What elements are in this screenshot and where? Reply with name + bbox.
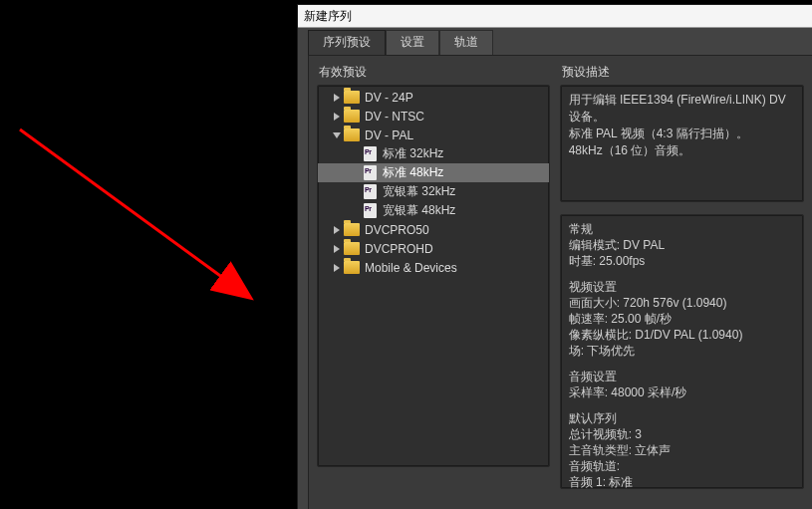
preset-description-label: 预设描述 <box>562 64 804 81</box>
caret-right-icon <box>332 112 342 122</box>
tab-panel: 有效预设 DV - 24P DV - NTSC <box>308 55 812 509</box>
preset-icon <box>364 184 377 199</box>
spec-general-heading: 常规 <box>569 221 795 237</box>
spec-audio-heading: 音频设置 <box>569 369 795 384</box>
preset-tree[interactable]: DV - 24P DV - NTSC DV - PAL <box>317 85 550 467</box>
tree-folder-dv24p[interactable]: DV - 24P <box>318 88 549 107</box>
tree-label: Mobile & Devices <box>365 261 457 275</box>
spec-line: 像素纵横比: D1/DV PAL (1.0940) <box>569 327 795 343</box>
tree-preset-wide-48[interactable]: 宽银幕 48kHz <box>318 201 549 220</box>
tree-preset-standard-32[interactable]: 标准 32kHz <box>318 144 549 163</box>
caret-right-icon <box>332 263 342 273</box>
tree-folder-dvcprohd[interactable]: DVCPROHD <box>318 239 549 258</box>
folder-icon <box>344 128 360 141</box>
annotation-arrow <box>18 127 265 305</box>
spec-line: 音频 1: 标准 <box>569 474 795 489</box>
new-sequence-dialog: 新建序列 序列预设 设置 轨道 有效预设 DV - 24P <box>297 4 812 509</box>
caret-right-icon <box>332 244 342 254</box>
svg-line-0 <box>20 129 249 297</box>
spec-video-heading: 视频设置 <box>569 279 795 295</box>
spec-line: 帧速率: 25.00 帧/秒 <box>569 311 795 327</box>
tree-label: DVCPRO50 <box>365 223 429 237</box>
preset-icon <box>364 165 377 180</box>
preset-icon <box>364 146 377 161</box>
spec-line: 主音轨类型: 立体声 <box>569 442 795 458</box>
preset-spec: 常规 编辑模式: DV PAL 时基: 25.00fps 视频设置 画面大小: … <box>560 214 804 489</box>
tree-folder-dvntsc[interactable]: DV - NTSC <box>318 107 549 126</box>
tree-label: DV - PAL <box>365 128 413 142</box>
tree-preset-wide-32[interactable]: 宽银幕 32kHz <box>318 182 549 201</box>
tree-folder-dvcpro50[interactable]: DVCPRO50 <box>318 220 549 239</box>
spec-line: 编辑模式: DV PAL <box>569 237 795 253</box>
spec-line: 总计视频轨: 3 <box>569 426 795 442</box>
tab-sequence-presets[interactable]: 序列预设 <box>308 30 386 55</box>
tab-bar: 序列预设 设置 轨道 <box>304 33 812 55</box>
tree-label: DVCPROHD <box>365 242 433 256</box>
desc-line: 48kHz（16 位）音频。 <box>569 142 795 159</box>
spec-line: 时基: 25.00fps <box>569 253 795 269</box>
tree-folder-mobile[interactable]: Mobile & Devices <box>318 258 549 277</box>
caret-right-icon <box>332 93 342 103</box>
spec-seq-heading: 默认序列 <box>569 410 795 426</box>
spec-line: 音频轨道: <box>569 458 795 474</box>
preset-description: 用于编辑 IEEE1394 (FireWire/i.LINK) DV 设备。 标… <box>560 85 804 202</box>
tree-folder-dvpal[interactable]: DV - PAL <box>318 126 549 144</box>
tree-label: 宽银幕 48kHz <box>383 202 455 219</box>
folder-icon <box>344 261 360 274</box>
tab-tracks[interactable]: 轨道 <box>439 30 493 55</box>
desc-line: 标准 PAL 视频（4:3 隔行扫描）。 <box>569 126 795 142</box>
tree-label: DV - NTSC <box>365 110 424 124</box>
available-presets-label: 有效预设 <box>319 64 550 81</box>
tree-label: 标准 32kHz <box>383 145 443 162</box>
tree-label: 标准 48kHz <box>383 164 443 181</box>
tree-label: DV - 24P <box>365 91 413 105</box>
caret-right-icon <box>332 225 342 235</box>
tab-settings[interactable]: 设置 <box>386 30 439 55</box>
spec-line: 场: 下场优先 <box>569 343 795 359</box>
spec-line: 画面大小: 720h 576v (1.0940) <box>569 295 795 311</box>
folder-icon <box>344 91 360 104</box>
tree-label: 宽银幕 32kHz <box>383 183 455 200</box>
caret-down-icon <box>332 130 342 140</box>
spec-line: 采样率: 48000 采样/秒 <box>569 384 795 400</box>
dialog-title: 新建序列 <box>298 5 812 28</box>
desc-line: 用于编辑 IEEE1394 (FireWire/i.LINK) DV 设备。 <box>569 92 795 126</box>
folder-icon <box>344 110 360 123</box>
folder-icon <box>344 242 360 255</box>
folder-icon <box>344 223 360 236</box>
tree-preset-standard-48[interactable]: 标准 48kHz <box>318 163 549 182</box>
preset-icon <box>364 203 377 218</box>
